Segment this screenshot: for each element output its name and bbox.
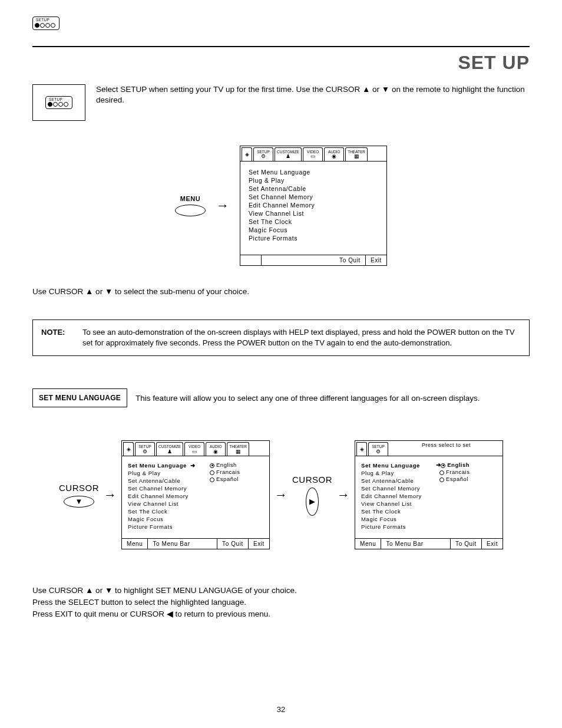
arrow-right-icon: → — [104, 489, 117, 502]
arrow-right-icon: → — [275, 489, 287, 502]
cursor-right-group: CURSOR ▶ — [292, 475, 332, 516]
osd-lang-2: ◈ SETUP⚙ Press select to set Set Menu La… — [355, 440, 503, 549]
sub-instruction: Use CURSOR ▲ or ▼ to select the sub-menu… — [32, 287, 530, 296]
setup-icon-boxed: SETUP — [32, 84, 85, 121]
osd-main: ◈ SETUP⚙ CUSTOMIZE♟ VIDEO▭ AUDIO◉ THEATE… — [240, 146, 387, 266]
setup-icon-label: SETUP — [36, 18, 57, 22]
cursor-down-group: CURSOR ▼ — [59, 483, 99, 508]
page-number: 32 — [0, 705, 562, 714]
arrow-right-icon: → — [337, 489, 350, 502]
page-title: SET UP — [32, 52, 530, 74]
section-text: This feature will allow you to select an… — [135, 394, 480, 403]
setup-small-icon: SETUP — [32, 17, 59, 30]
final-instructions: Use CURSOR ▲ or ▼ to highlight SET MENU … — [32, 585, 530, 620]
intro-text: Select SETUP when setting your TV up for… — [96, 84, 530, 106]
section-label: SET MENU LANGUAGE — [32, 388, 127, 407]
menu-button-group: MENU — [175, 195, 206, 216]
cursor-down-button: ▼ — [64, 496, 94, 508]
note-label: NOTE: — [41, 327, 71, 348]
note-text: To see an auto-demonstration of the on-s… — [82, 327, 521, 348]
menu-button-oval — [175, 205, 206, 216]
help-text: Press select to set — [422, 443, 471, 449]
osd-lang-1: ◈ SETUP⚙ CUSTOMIZE♟ VIDEO▭ AUDIO◉ THEATE… — [121, 440, 270, 549]
cursor-right-button: ▶ — [306, 487, 319, 516]
arrow-right-icon: → — [216, 199, 229, 212]
menu-label: MENU — [180, 195, 200, 202]
note-box: NOTE: To see an auto-demonstration of th… — [32, 319, 530, 356]
